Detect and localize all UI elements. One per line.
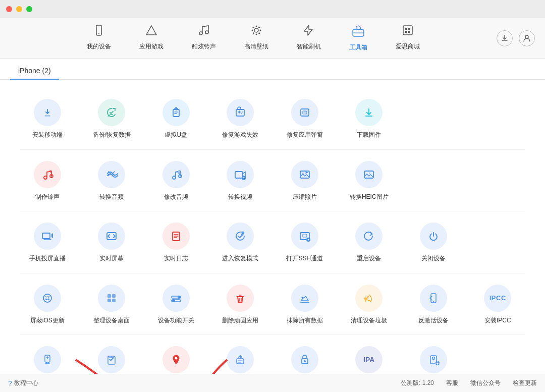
make-ringtone-label: 制作铃声	[35, 193, 60, 201]
tool-organize-desktop[interactable]: 整理设备桌面	[80, 275, 144, 333]
tool-download-firmware[interactable]: 下载固件	[337, 90, 402, 147]
download-firmware-icon	[355, 99, 383, 126]
tool-fix-game[interactable]: 修复游戏失效	[208, 90, 273, 147]
svg-point-26	[241, 113, 242, 114]
convert-heic-icon: ≈	[355, 161, 383, 188]
screen-mirror-icon	[34, 222, 61, 250]
tool-manage-profile[interactable]: 管理描述文件	[401, 337, 466, 374]
nav-item-my-device[interactable]: 我的设备	[73, 19, 125, 57]
tool-block-ios-update[interactable]: 屏蔽iOS更新	[15, 275, 80, 333]
svg-point-9	[253, 27, 254, 28]
tool-open-ssh[interactable]: 打开SSH通道	[272, 213, 337, 271]
tool-fix-app-popup[interactable]: 修复应用弹窗	[272, 90, 337, 147]
nav-item-ringtones[interactable]: 酷炫铃声	[178, 19, 230, 57]
tool-install-mobile[interactable]: 安装移动端	[15, 90, 80, 147]
svg-point-1	[98, 33, 99, 34]
tools-row-1: + 制作铃声 转换音频	[15, 152, 530, 209]
erase-all-data-label: 抹除所有数据	[287, 317, 323, 325]
break-time-limit-icon	[34, 346, 61, 373]
svg-rect-42	[42, 233, 50, 239]
svg-rect-50	[107, 294, 111, 298]
tool-one-key-jailbreak[interactable]: 一键越狱	[272, 337, 337, 374]
tools-row-4: 破解时间限额 批量激活	[15, 337, 530, 374]
compress-photo-icon	[291, 161, 318, 188]
realtime-log-icon	[162, 222, 190, 250]
maximize-button[interactable]	[26, 6, 32, 12]
tool-batch-activate[interactable]: 批量激活	[80, 337, 144, 374]
svg-text:g: g	[178, 171, 180, 174]
tool-delete-stubborn[interactable]: 删除顽固应用	[208, 275, 273, 333]
compress-photo-label: 压缩照片	[293, 193, 317, 201]
nav-item-wallpaper[interactable]: 高清壁纸	[230, 19, 283, 57]
deactivate-label: 反激活设备	[418, 317, 449, 325]
svg-point-55	[178, 296, 181, 299]
svg-point-10	[258, 32, 260, 34]
nav-item-flash[interactable]: 智能刷机	[283, 19, 335, 57]
nav-label-toolbox: 工具箱	[349, 43, 367, 52]
tool-clean-junk[interactable]: 清理设备垃圾	[337, 275, 402, 333]
tool-screen-mirror[interactable]: 手机投屏直播	[15, 213, 80, 271]
store-icon	[402, 24, 414, 39]
device-functions-icon	[162, 285, 190, 312]
tab-iphone[interactable]: iPhone (2)	[10, 63, 59, 80]
svg-rect-22	[45, 116, 50, 117]
nav-label-store: 爱思商城	[396, 42, 420, 51]
tool-virtual-location[interactable]: 虚拟定位	[144, 337, 208, 374]
clean-junk-icon	[355, 285, 383, 312]
tool-realtime-log[interactable]: 实时日志	[144, 213, 208, 271]
nav-label-apps: 应用游戏	[139, 42, 164, 51]
wechat-link[interactable]: 微信公众号	[470, 379, 501, 387]
svg-rect-51	[112, 294, 116, 298]
modify-audio-label: 修改音频	[164, 193, 188, 201]
tool-convert-heic[interactable]: ≈ 转换HEIC图片	[337, 152, 402, 209]
tool-break-time-limit[interactable]: 破解时间限额	[15, 337, 80, 374]
tool-shutdown-device[interactable]: 关闭设备	[401, 213, 466, 271]
customer-service-link[interactable]: 客服	[446, 379, 458, 387]
tool-device-functions[interactable]: 设备功能开关	[144, 275, 208, 333]
tool-modify-audio[interactable]: g 修改音频	[144, 152, 208, 209]
tool-convert-audio[interactable]: 转换音频	[80, 152, 144, 209]
tool-erase-all-data[interactable]: 抹除所有数据	[272, 275, 337, 333]
svg-rect-23	[173, 109, 179, 117]
svg-rect-16	[405, 28, 407, 30]
screen-mirror-label: 手机投屏直播	[29, 255, 66, 263]
user-icon[interactable]	[519, 30, 535, 46]
tool-virtual-udisk[interactable]: 虚拟U盘	[144, 90, 208, 147]
tool-compress-photo[interactable]: 压缩照片	[272, 152, 337, 209]
download-firmware-label: 下载固件	[357, 131, 381, 139]
tool-deactivate[interactable]: 反激活设备	[401, 275, 466, 333]
install-mobile-label: 安装移动端	[32, 131, 63, 139]
close-button[interactable]	[6, 6, 12, 12]
nav-item-store[interactable]: 爱思商城	[382, 19, 434, 57]
tool-restart-device[interactable]: 重启设备	[337, 213, 402, 271]
tool-convert-video[interactable]: 转换视频	[208, 152, 273, 209]
svg-point-6	[256, 34, 257, 35]
tools-row-0: 安装移动端 备份/恢复数据	[15, 90, 530, 147]
virtual-udisk-label: 虚拟U盘	[165, 131, 187, 139]
check-update-link[interactable]: 检查更新	[513, 379, 537, 387]
tool-ipa-sign[interactable]: IPA IPA签名	[337, 337, 402, 374]
tool-make-ringtone[interactable]: + 制作铃声	[15, 152, 80, 209]
tool-backup-restore[interactable]: 备份/恢复数据	[80, 90, 144, 147]
tool-backup-data[interactable]: 备份引导区数据	[208, 337, 273, 374]
minimize-button[interactable]	[16, 6, 22, 12]
organize-desktop-icon	[98, 285, 125, 312]
realtime-screen-label: 实时屏幕	[99, 255, 124, 263]
tool-install-ipcc[interactable]: IPCC 安装IPCC	[466, 275, 530, 333]
shutdown-device-icon	[420, 222, 447, 250]
nav-right	[497, 30, 535, 46]
nav-label-flash: 智能刷机	[297, 42, 321, 51]
tool-realtime-screen[interactable]: 实时屏幕	[80, 213, 144, 271]
block-ios-update-label: 屏蔽iOS更新	[30, 317, 65, 325]
convert-video-label: 转换视频	[228, 193, 252, 201]
restart-device-label: 重启设备	[357, 255, 381, 263]
help-center-link[interactable]: 教程中心	[14, 379, 38, 387]
deactivate-icon	[420, 285, 447, 312]
nav-item-apps-games[interactable]: 应用游戏	[125, 19, 178, 57]
svg-point-7	[252, 30, 253, 31]
nav-item-toolbox[interactable]: 工具箱	[335, 19, 382, 57]
footer-left: ? 教程中心	[8, 379, 38, 387]
download-icon[interactable]	[497, 30, 513, 46]
svg-point-62	[175, 357, 177, 360]
tool-enter-recovery[interactable]: 进入恢复模式	[208, 213, 273, 271]
